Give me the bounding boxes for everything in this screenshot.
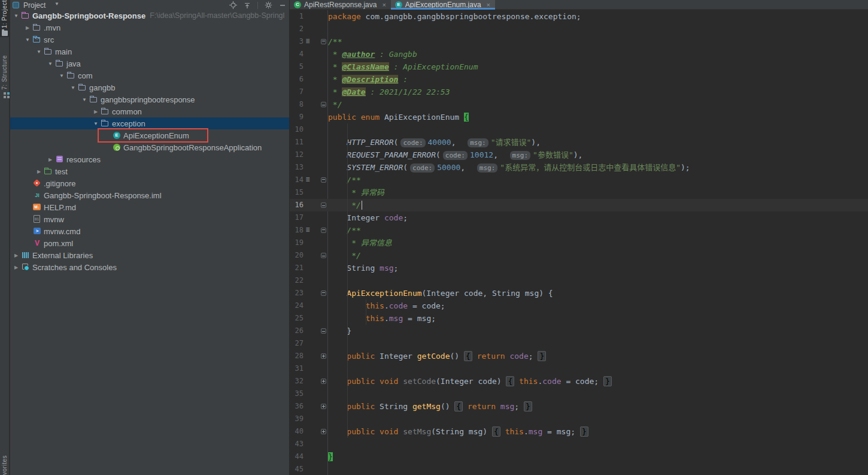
line-number[interactable]: 13 xyxy=(290,161,304,174)
code-area[interactable]: 1package com.gangbb.gangbbspringbootresp… xyxy=(290,10,868,475)
render-doc-icon[interactable]: ≣ xyxy=(306,38,313,45)
chevron-expanded-icon[interactable]: ▼ xyxy=(45,61,55,66)
chevron-expanded-icon[interactable]: ▼ xyxy=(11,13,21,19)
code-line-17[interactable]: 17 Integer code; xyxy=(290,211,868,224)
hide-icon[interactable] xyxy=(278,1,287,9)
code-line-6[interactable]: 6 * @Description : xyxy=(290,73,868,86)
tool-stripe-item-structure[interactable]: 7: Structure xyxy=(0,55,9,117)
code-line-28[interactable]: 28 public Integer getCode() { return cod… xyxy=(290,350,868,362)
code-line-45[interactable]: 45 xyxy=(290,463,868,475)
tree-row-test[interactable]: ▶test xyxy=(10,165,289,177)
code-line-5[interactable]: 5 * @ClassName : ApiExceptionEnum xyxy=(290,60,868,73)
editor-tab-apiexceptionenum-java[interactable]: EApiExceptionEnum.java× xyxy=(391,0,495,10)
chevron-collapsed-icon[interactable]: ▶ xyxy=(11,253,21,258)
tree-row-external-libraries[interactable]: ▶External Libraries xyxy=(10,249,289,261)
line-number[interactable]: 1 xyxy=(290,10,304,23)
code-line-2[interactable]: 2 xyxy=(290,23,868,35)
close-icon[interactable]: × xyxy=(487,1,490,8)
line-number[interactable]: 22 xyxy=(290,274,304,287)
code-line-8[interactable]: 8 */ xyxy=(290,98,868,111)
code-line-36[interactable]: 36 public String getMsg() { return msg; … xyxy=(290,400,868,413)
line-number[interactable]: 20 xyxy=(290,249,304,262)
line-number[interactable]: 26 xyxy=(290,325,304,337)
locate-icon[interactable] xyxy=(229,1,237,9)
line-number[interactable]: 36 xyxy=(290,400,304,413)
tree-row-scratches-and-consoles[interactable]: ▶Scratches and Consoles xyxy=(10,261,289,273)
chevron-collapsed-icon[interactable]: ▶ xyxy=(23,25,32,31)
line-number[interactable]: 25 xyxy=(290,312,304,325)
code-line-16[interactable]: 16 */ xyxy=(290,199,868,211)
project-panel-title[interactable]: Project xyxy=(23,1,45,10)
fold-expand-icon[interactable] xyxy=(321,379,326,384)
line-number[interactable]: 12 xyxy=(290,149,304,161)
code-line-32[interactable]: 32 public void setCode(Integer code) { t… xyxy=(290,375,868,388)
code-line-25[interactable]: 25 this.msg = msg; xyxy=(290,312,868,325)
line-number[interactable]: 21 xyxy=(290,262,304,274)
code-line-22[interactable]: 22 xyxy=(290,274,868,287)
tree-row-gangbb-springboot-response-iml[interactable]: JIGangbb-Springboot-Response.iml xyxy=(10,189,289,201)
fold-marker-icon[interactable] xyxy=(321,39,326,44)
code-line-11[interactable]: 11 HTTP_ERROR(code:40000, msg:"请求错误"), xyxy=(290,136,868,149)
code-line-7[interactable]: 7 * @Date : 2021/1/22 22:53 xyxy=(290,86,868,98)
tree-row-gangbb[interactable]: ▼gangbb xyxy=(10,81,289,93)
chevron-collapsed-icon[interactable]: ▶ xyxy=(45,157,55,162)
code-line-24[interactable]: 24 this.code = code; xyxy=(290,299,868,312)
code-line-27[interactable]: 27 xyxy=(290,337,868,350)
line-number[interactable]: 7 xyxy=(290,86,304,98)
code-line-43[interactable]: 43 xyxy=(290,438,868,450)
tree-row-apiexceptionenum[interactable]: EApiExceptionEnum xyxy=(10,129,289,141)
render-doc-icon[interactable]: ≣ xyxy=(306,176,313,183)
render-doc-icon[interactable]: ≣ xyxy=(306,226,313,234)
close-icon[interactable]: × xyxy=(382,1,386,8)
chevron-expanded-icon[interactable]: ▼ xyxy=(34,49,44,55)
editor-tab-apirestresponse-java[interactable]: CApiRestResponse.java× xyxy=(290,0,391,10)
tree-row-resources[interactable]: ▶resources xyxy=(10,153,289,165)
fold-marker-icon[interactable] xyxy=(321,102,326,107)
fold-marker-icon[interactable] xyxy=(321,291,326,296)
tree-row-mvnw-cmd[interactable]: >mvnw.cmd xyxy=(10,225,289,237)
code-line-4[interactable]: 4 * @author : Gangbb xyxy=(290,48,868,60)
code-line-15[interactable]: 15 * 异常码 xyxy=(290,186,868,199)
tree-row-exception[interactable]: ▼exception xyxy=(10,117,289,129)
line-number[interactable]: 23 xyxy=(290,287,304,299)
line-number[interactable]: 35 xyxy=(290,388,304,400)
chevron-expanded-icon[interactable]: ▼ xyxy=(91,121,101,126)
code-line-18[interactable]: 18≣ /** xyxy=(290,224,868,237)
line-number[interactable]: 27 xyxy=(290,337,304,350)
line-number[interactable]: 40 xyxy=(290,425,304,438)
tree-row-gangbbspringbootresponseapplication[interactable]: GangbbSpringbootResponseApplication xyxy=(10,141,289,153)
chevron-down-icon[interactable]: ▼ xyxy=(54,1,59,7)
line-number[interactable]: 44 xyxy=(290,450,304,463)
tree-row-main[interactable]: ▼main xyxy=(10,46,289,58)
code-line-40[interactable]: 40 public void setMsg(String msg) { this… xyxy=(290,425,868,438)
code-line-31[interactable]: 31 xyxy=(290,362,868,375)
fold-marker-icon[interactable] xyxy=(321,228,326,233)
code-line-13[interactable]: 13 SYSTEM_ERROR(code:50000, msg:"系统异常，请从… xyxy=(290,161,868,174)
code-line-23[interactable]: 23 ApiExceptionEnum(Integer code, String… xyxy=(290,287,868,299)
line-number[interactable]: 14 xyxy=(290,174,304,186)
line-number[interactable]: 31 xyxy=(290,362,304,375)
code-line-12[interactable]: 12 REQUEST_PARAM_ERROR(code:10012, msg:"… xyxy=(290,149,868,161)
fold-marker-icon[interactable] xyxy=(321,177,326,183)
line-number[interactable]: 4 xyxy=(290,48,304,60)
line-number[interactable]: 3 xyxy=(290,35,304,48)
editor[interactable]: CApiRestResponse.java×EApiExceptionEnum.… xyxy=(290,0,868,475)
code-line-9[interactable]: 9public enum ApiExceptionEnum { xyxy=(290,111,868,123)
chevron-collapsed-icon[interactable]: ▶ xyxy=(34,169,44,174)
chevron-expanded-icon[interactable]: ▼ xyxy=(80,97,89,102)
line-number[interactable]: 10 xyxy=(290,123,304,136)
line-number[interactable]: 6 xyxy=(290,73,304,86)
tool-stripe-item-project[interactable]: 1: Project xyxy=(0,0,9,37)
tool-stripe-item-favorites[interactable]: Favorites xyxy=(0,455,9,475)
tree-row-pom-xml[interactable]: Vpom.xml xyxy=(10,237,289,249)
chevron-collapsed-icon[interactable]: ▶ xyxy=(11,265,21,270)
code-line-19[interactable]: 19 * 异常信息 xyxy=(290,237,868,249)
fold-expand-icon[interactable] xyxy=(321,429,326,434)
code-line-14[interactable]: 14≣ /** xyxy=(290,174,868,186)
tree-row-gangbbspringbootresponse[interactable]: ▼gangbbspringbootresponse xyxy=(10,93,289,105)
code-line-39[interactable]: 39 xyxy=(290,413,868,425)
chevron-expanded-icon[interactable]: ▼ xyxy=(68,85,78,90)
line-number[interactable]: 18 xyxy=(290,224,304,237)
line-number[interactable]: 28 xyxy=(290,350,304,362)
tree-row-common[interactable]: ▶common xyxy=(10,105,289,117)
